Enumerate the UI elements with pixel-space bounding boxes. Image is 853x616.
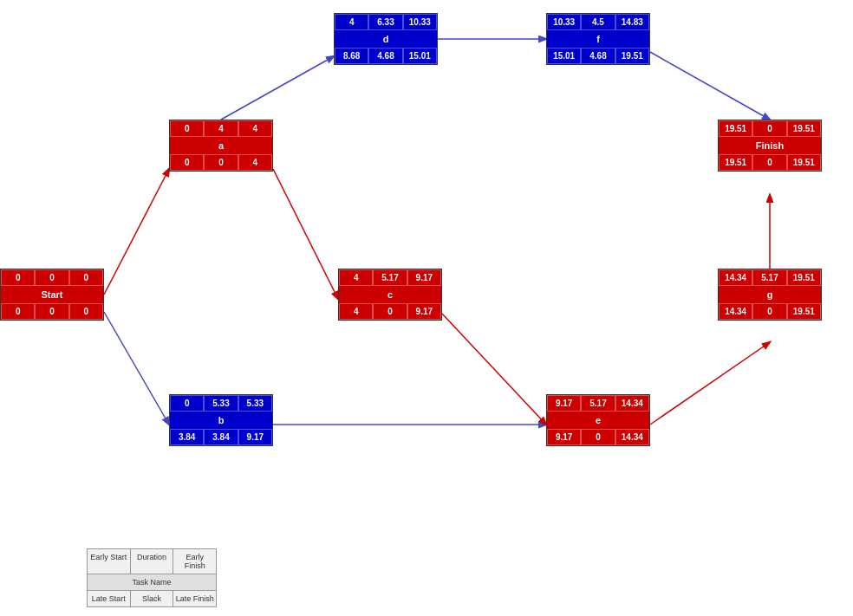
finish-name: Finish [719,137,821,154]
b-top-1: 5.33 [204,395,238,412]
legend-slack: Slack [131,591,174,606]
diagram-container: 0 0 0 Start 0 0 0 0 4 4 a 0 0 4 0 5.33 5… [0,0,853,616]
e-top-0: 9.17 [547,395,581,412]
legend-late-finish: Late Finish [173,591,216,606]
d-name: d [335,30,437,48]
g-name: g [719,286,821,303]
f-top-2: 14.83 [615,14,649,30]
c-name: c [339,286,441,303]
a-top-0: 0 [170,120,204,137]
b-bot-0: 3.84 [170,429,204,445]
e-bot-2: 14.34 [615,429,649,445]
e-name: e [547,412,649,429]
c-top-1: 5.17 [373,269,407,286]
node-d: 4 6.33 10.33 d 8.68 4.68 15.01 [334,13,438,65]
finish-bot-0: 19.51 [719,154,752,171]
start-bot-2: 0 [69,303,103,320]
e-top-1: 5.17 [581,395,615,412]
node-finish: 19.51 0 19.51 Finish 19.51 0 19.51 [718,120,822,172]
c-top-2: 9.17 [407,269,441,286]
d-top-2: 10.33 [403,14,437,30]
svg-line-0 [104,169,169,295]
svg-line-8 [650,342,770,425]
svg-line-3 [221,56,334,120]
legend-late-start: Late Start [88,591,131,606]
start-bot-0: 0 [1,303,35,320]
legend: Early Start Duration Early Finish Task N… [87,548,217,607]
svg-line-5 [442,314,546,425]
d-top-1: 6.33 [368,14,402,30]
c-bot-2: 9.17 [407,303,441,320]
a-top-1: 4 [204,120,238,137]
node-c: 4 5.17 9.17 c 4 0 9.17 [338,269,442,321]
finish-top-2: 19.51 [787,120,821,137]
b-top-0: 0 [170,395,204,412]
c-bot-0: 4 [339,303,373,320]
finish-top-0: 19.51 [719,120,752,137]
legend-early-finish: Early Finish [173,549,216,574]
a-bot-0: 0 [170,154,204,171]
d-bot-0: 8.68 [335,48,368,64]
c-top-0: 4 [339,269,373,286]
node-a: 0 4 4 a 0 0 4 [169,120,273,172]
finish-bot-2: 19.51 [787,154,821,171]
g-top-0: 14.34 [719,269,752,286]
b-top-2: 5.33 [238,395,272,412]
a-name: a [170,137,272,154]
a-bot-1: 0 [204,154,238,171]
d-bot-2: 15.01 [403,48,437,64]
d-top-0: 4 [335,14,368,30]
node-g: 14.34 5.17 19.51 g 14.34 0 19.51 [718,269,822,321]
finish-bot-1: 0 [752,154,786,171]
legend-task-name: Task Name [88,574,216,591]
legend-duration: Duration [131,549,174,574]
d-bot-1: 4.68 [368,48,402,64]
start-bot-1: 0 [35,303,68,320]
g-top-2: 19.51 [787,269,821,286]
svg-line-7 [650,52,770,120]
f-bot-1: 4.68 [581,48,615,64]
e-top-2: 14.34 [615,395,649,412]
node-b: 0 5.33 5.33 b 3.84 3.84 9.17 [169,394,273,446]
start-top-2: 0 [69,269,103,286]
svg-line-2 [273,169,338,299]
g-top-1: 5.17 [752,269,786,286]
f-name: f [547,30,649,48]
finish-top-1: 0 [752,120,786,137]
e-bot-0: 9.17 [547,429,581,445]
c-bot-1: 0 [373,303,407,320]
start-top-0: 0 [1,269,35,286]
g-bot-1: 0 [752,303,786,320]
a-bot-2: 4 [238,154,272,171]
start-top-1: 0 [35,269,68,286]
f-bot-0: 15.01 [547,48,581,64]
node-start: 0 0 0 Start 0 0 0 [0,269,104,321]
b-name: b [170,412,272,429]
node-e: 9.17 5.17 14.34 e 9.17 0 14.34 [546,394,650,446]
b-bot-2: 9.17 [238,429,272,445]
legend-early-start: Early Start [88,549,131,574]
e-bot-1: 0 [581,429,615,445]
g-bot-0: 14.34 [719,303,752,320]
svg-line-1 [104,312,169,425]
node-f: 10.33 4.5 14.83 f 15.01 4.68 19.51 [546,13,650,65]
g-bot-2: 19.51 [787,303,821,320]
f-bot-2: 19.51 [615,48,649,64]
b-bot-1: 3.84 [204,429,238,445]
f-top-0: 10.33 [547,14,581,30]
start-name: Start [1,286,103,303]
a-top-2: 4 [238,120,272,137]
f-top-1: 4.5 [581,14,615,30]
